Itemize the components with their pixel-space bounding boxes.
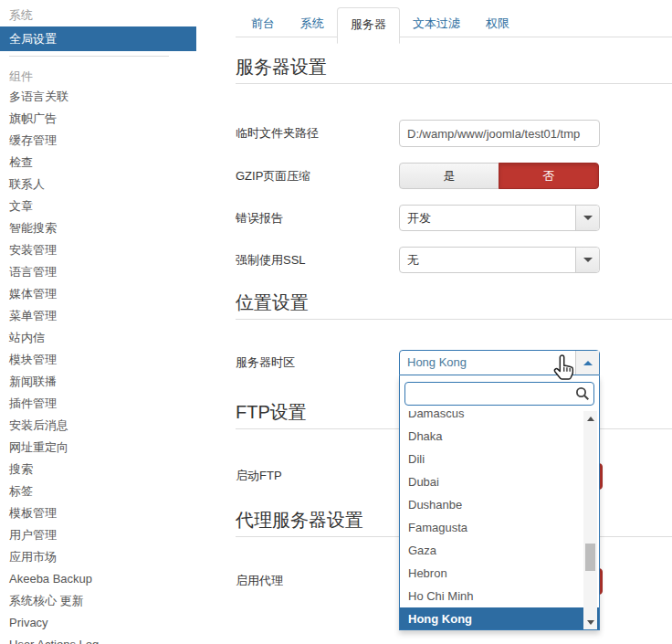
timezone-option[interactable]: Dili [400, 448, 599, 470]
timezone-option[interactable]: Ho Chi Minh [400, 585, 599, 607]
sidebar-item[interactable]: 检查 [0, 152, 196, 174]
tab-server-active[interactable]: 服务器 [337, 7, 400, 44]
dropdown-scrollbar[interactable] [583, 411, 597, 629]
ftp-enable-label: 启动FTP [236, 463, 282, 489]
error-reporting-value: 开发 [400, 206, 575, 230]
timezone-option[interactable]: Dhaka [400, 425, 599, 448]
timezone-dropdown-panel: Damascus Dhaka Dili Dubai Dushanbe Famag… [399, 375, 600, 630]
timezone-option[interactable]: Famagusta [400, 516, 599, 539]
sidebar-item[interactable]: Privacy [0, 612, 196, 634]
gzip-label: GZIP页面压缩 [236, 163, 310, 189]
gzip-yes-button[interactable]: 是 [399, 163, 499, 189]
tab-site[interactable]: 前台 [238, 7, 288, 44]
sidebar-item[interactable]: 联系人 [0, 174, 196, 195]
sidebar-item[interactable]: 应用市场 [0, 546, 196, 568]
scroll-down-icon[interactable] [583, 615, 597, 629]
error-reporting-label: 错误报告 [236, 205, 283, 231]
search-icon [575, 386, 590, 401]
sidebar: 系统 全局设置 组件 多语言关联 旗帜广告 缓存管理 检查 联系人 文章 智能搜… [0, 0, 196, 644]
sidebar-item[interactable]: 智能搜索 [0, 217, 196, 239]
sidebar-item[interactable]: 旗帜广告 [0, 108, 196, 130]
tab-system[interactable]: 系统 [288, 7, 337, 44]
timezone-option[interactable]: Gaza [400, 539, 599, 562]
timezone-option-highlighted[interactable]: Hong Kong [400, 607, 599, 629]
timezone-option[interactable]: Hebron [400, 562, 599, 585]
sidebar-item[interactable]: 语言管理 [0, 261, 196, 283]
timezone-label: 服务器时区 [236, 350, 295, 375]
sidebar-item[interactable]: 用户管理 [0, 524, 196, 546]
sidebar-item[interactable]: 缓存管理 [0, 130, 196, 152]
sidebar-item[interactable]: 系统核心 更新 [0, 590, 196, 612]
sidebar-item[interactable]: 媒体管理 [0, 283, 196, 305]
global-configuration-page: 系统 全局设置 组件 多语言关联 旗帜广告 缓存管理 检查 联系人 文章 智能搜… [0, 0, 672, 644]
gzip-no-button[interactable]: 否 [499, 163, 599, 189]
sidebar-item[interactable]: 文章 [0, 195, 196, 217]
chevron-up-icon[interactable] [575, 351, 599, 375]
config-tabs: 前台 系统 服务器 文本过滤 权限 [238, 7, 522, 44]
location-settings-heading: 位置设置 [236, 290, 672, 320]
force-ssl-label: 强制使用SSL [236, 247, 306, 273]
timezone-option[interactable]: Damascus [400, 411, 599, 425]
sidebar-item[interactable]: 安装管理 [0, 239, 196, 261]
timezone-option[interactable]: Dushanbe [400, 493, 599, 516]
tab-permissions[interactable]: 权限 [473, 7, 522, 44]
error-reporting-select[interactable]: 开发 [399, 205, 600, 231]
force-ssl-select[interactable]: 无 [399, 247, 600, 273]
sidebar-item[interactable]: 安装后消息 [0, 415, 196, 437]
sidebar-section-components: 组件 [9, 69, 33, 85]
timezone-select[interactable]: Hong Kong [399, 350, 600, 375]
sidebar-item[interactable]: 搜索 [0, 459, 196, 480]
sidebar-item[interactable]: 模块管理 [0, 349, 196, 371]
scrollbar-thumb[interactable] [585, 544, 595, 571]
config-tabbar: 前台 系统 服务器 文本过滤 权限 [236, 0, 672, 37]
scroll-up-icon[interactable] [583, 411, 597, 426]
timezone-option[interactable]: Dubai [400, 470, 599, 493]
temp-path-label: 临时文件夹路径 [236, 120, 319, 147]
sidebar-section-system: 系统 [9, 7, 33, 24]
sidebar-item[interactable]: 插件管理 [0, 393, 196, 415]
sidebar-item[interactable]: 新闻联播 [0, 371, 196, 393]
chevron-down-icon[interactable] [575, 248, 599, 272]
sidebar-item[interactable]: 站内信 [0, 327, 196, 349]
sidebar-item[interactable]: 标签 [0, 480, 196, 502]
sidebar-item[interactable]: 网址重定向 [0, 437, 196, 459]
chevron-down-icon[interactable] [575, 206, 599, 230]
timezone-option-list: Damascus Dhaka Dili Dubai Dushanbe Famag… [400, 411, 599, 629]
sidebar-item[interactable]: Akeeba Backup [0, 568, 196, 590]
force-ssl-value: 无 [400, 248, 575, 272]
tab-text-filters[interactable]: 文本过滤 [400, 7, 473, 44]
sidebar-item[interactable]: 菜单管理 [0, 305, 196, 327]
sidebar-item[interactable]: 模板管理 [0, 502, 196, 524]
sidebar-divider [9, 56, 169, 57]
sidebar-item[interactable]: 多语言关联 [0, 86, 196, 108]
server-settings-heading: 服务器设置 [236, 55, 672, 84]
timezone-search-input[interactable] [404, 382, 594, 406]
sidebar-item[interactable]: User Actions Log [0, 634, 196, 644]
gzip-toggle: 是 否 [399, 163, 599, 189]
proxy-enable-label: 启用代理 [236, 568, 283, 594]
sidebar-item-global-config-selected[interactable]: 全局设置 [0, 26, 196, 51]
temp-path-input[interactable] [399, 120, 600, 147]
timezone-selected-value: Hong Kong [400, 351, 575, 375]
sidebar-menu: 多语言关联 旗帜广告 缓存管理 检查 联系人 文章 智能搜索 安装管理 语言管理… [0, 86, 196, 644]
